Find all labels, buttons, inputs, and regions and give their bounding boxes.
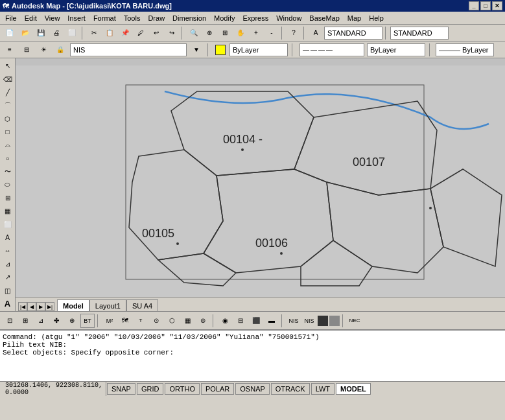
- model-status[interactable]: MODEL: [336, 383, 371, 395]
- nis2-btn[interactable]: NIS: [302, 314, 316, 328]
- tool6-btn[interactable]: ⬛: [249, 314, 263, 328]
- close-button[interactable]: ✕: [492, 1, 502, 10]
- ortho-btn[interactable]: ⊿: [34, 314, 48, 328]
- canvas-area[interactable]: 00104 - 00105 00106 00107 |◀ ◀ ▶ ▶| Mode…: [16, 58, 505, 311]
- matchprop-button[interactable]: 🖊: [134, 26, 148, 40]
- tool4-btn[interactable]: ◉: [218, 314, 232, 328]
- cursor-tool[interactable]: ↖: [1, 60, 14, 72]
- pan-button[interactable]: ✋: [233, 26, 248, 40]
- menu-tools[interactable]: Tools: [120, 13, 145, 23]
- color-dropdown[interactable]: ByLayer: [229, 43, 288, 56]
- surface-tool[interactable]: ◫: [1, 284, 14, 296]
- lwt-status[interactable]: LWT: [311, 383, 335, 395]
- gray-sq[interactable]: [329, 316, 340, 326]
- grid-btn[interactable]: ⊞: [18, 314, 32, 328]
- menu-basemap[interactable]: BaseMap: [305, 13, 343, 23]
- ortho-status[interactable]: ORTHO: [165, 383, 200, 395]
- plot-button[interactable]: ⬜: [65, 26, 79, 40]
- layer-tools-btn[interactable]: ▼: [189, 43, 204, 57]
- cut-button[interactable]: ✂: [87, 26, 101, 40]
- spline-tool[interactable]: 〜: [1, 165, 14, 178]
- lineweight-dropdown[interactable]: ——— ByLayer: [436, 43, 494, 56]
- tool2-btn[interactable]: ▦: [180, 314, 194, 328]
- text-tool[interactable]: A: [1, 298, 14, 310]
- new-button[interactable]: 📄: [3, 26, 17, 40]
- menu-window[interactable]: Window: [272, 13, 305, 23]
- otrack-status[interactable]: OTRACK: [271, 383, 310, 395]
- snap-btn[interactable]: ⊡: [3, 314, 17, 328]
- osnap-status[interactable]: OSNAP: [235, 383, 270, 395]
- osnap-btn[interactable]: ⊕: [65, 314, 79, 328]
- zoom-prev-button[interactable]: ⊕: [202, 26, 217, 40]
- bt-btn[interactable]: BT: [80, 314, 95, 328]
- polygon-tool[interactable]: ⬡: [1, 113, 14, 125]
- linetype-dropdown[interactable]: ByLayer: [367, 43, 425, 56]
- print-button[interactable]: 🖨: [49, 26, 64, 40]
- menu-view[interactable]: View: [41, 13, 64, 23]
- nec-btn[interactable]: NEC: [347, 314, 362, 328]
- m2-btn[interactable]: M²: [102, 314, 117, 328]
- region-tool[interactable]: ⬜: [1, 218, 14, 231]
- hatch-tool[interactable]: ▦: [1, 205, 14, 217]
- layer-freeze-button[interactable]: ☀: [36, 43, 51, 57]
- zoom-in-button[interactable]: +: [249, 26, 263, 40]
- erase-tool[interactable]: ⌫: [1, 73, 14, 85]
- layer-dropdown[interactable]: NIS: [70, 43, 187, 56]
- menu-file[interactable]: File: [1, 13, 21, 23]
- menu-format[interactable]: Format: [89, 13, 120, 23]
- cad-btn[interactable]: ⊙: [149, 314, 163, 328]
- menu-help[interactable]: Help: [365, 13, 388, 23]
- minimize-button[interactable]: _: [469, 1, 479, 10]
- snap-status[interactable]: SNAP: [107, 383, 135, 395]
- mtext-tool[interactable]: A: [1, 231, 14, 244]
- black-sq[interactable]: [318, 316, 328, 326]
- arc-tool[interactable]: ⌓: [1, 139, 14, 151]
- line-tool[interactable]: ╱: [1, 86, 14, 99]
- layer-lock-button[interactable]: 🔒: [53, 43, 67, 57]
- tab-first-button[interactable]: |◀: [18, 302, 27, 311]
- menu-insert[interactable]: Insert: [64, 13, 89, 23]
- undo-button[interactable]: ↩: [149, 26, 163, 40]
- open-button[interactable]: 📂: [18, 26, 32, 40]
- polyline-tool[interactable]: ⌒: [1, 99, 14, 111]
- menu-modify[interactable]: Modify: [210, 13, 239, 23]
- layer-state-button[interactable]: ⊟: [19, 43, 34, 57]
- tab-last-button[interactable]: ▶|: [45, 302, 54, 311]
- menu-express[interactable]: Express: [239, 13, 272, 23]
- redo-button[interactable]: ↪: [165, 26, 179, 40]
- menu-dimension[interactable]: Dimension: [169, 13, 210, 23]
- zoom-ext-button[interactable]: ⊞: [218, 26, 232, 40]
- leader-tool[interactable]: ↗: [1, 271, 14, 283]
- tool7-btn[interactable]: ▬: [264, 314, 279, 328]
- menu-draw[interactable]: Draw: [144, 13, 169, 23]
- menu-map[interactable]: Map: [344, 13, 365, 23]
- tool1-btn[interactable]: ⬡: [165, 314, 179, 328]
- ellipse-tool[interactable]: ⬭: [1, 178, 14, 191]
- insert-block-tool[interactable]: ⊞: [1, 192, 14, 204]
- color-swatch[interactable]: [215, 45, 226, 55]
- zoom-out-button[interactable]: -: [264, 26, 279, 40]
- polar-status[interactable]: POLAR: [201, 383, 234, 395]
- paste-button[interactable]: 📌: [118, 26, 132, 40]
- style-dropdown[interactable]: STANDARD: [324, 27, 382, 40]
- save-button[interactable]: 💾: [34, 26, 48, 40]
- copy-button[interactable]: 📋: [102, 26, 117, 40]
- maximize-button[interactable]: □: [480, 1, 491, 10]
- tolerance-tool[interactable]: ⊿: [1, 258, 14, 270]
- tab-sua4[interactable]: SU A4: [126, 299, 158, 311]
- dim-tool[interactable]: ↔: [1, 244, 14, 257]
- rectangle-tool[interactable]: □: [1, 126, 14, 138]
- tab-next-button[interactable]: ▶: [36, 302, 45, 311]
- help-button[interactable]: ?: [287, 26, 301, 40]
- tool3-btn[interactable]: ⊜: [196, 314, 210, 328]
- tool5-btn[interactable]: ⊟: [233, 314, 248, 328]
- tab-model[interactable]: Model: [57, 299, 89, 311]
- tab-layout1[interactable]: Layout1: [89, 299, 126, 311]
- tab-prev-button[interactable]: ◀: [27, 302, 36, 311]
- menu-edit[interactable]: Edit: [21, 13, 41, 23]
- t1-btn[interactable]: T: [134, 314, 148, 328]
- zoom-window-button[interactable]: 🔍: [187, 26, 201, 40]
- style-dropdown2[interactable]: STANDARD: [390, 27, 449, 40]
- grid-status[interactable]: GRID: [137, 383, 164, 395]
- layer-manager-button[interactable]: ≡: [3, 43, 17, 57]
